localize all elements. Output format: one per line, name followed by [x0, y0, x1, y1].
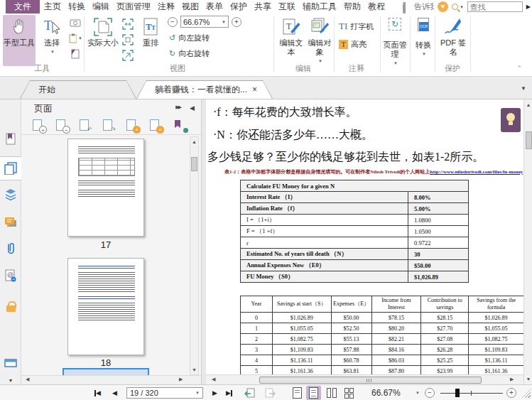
tab-start[interactable]: 开始 [20, 80, 136, 99]
nav-more-icon[interactable]: ▼ [0, 378, 21, 383]
menu-item[interactable]: 转换 [68, 1, 85, 13]
zoom-slider-track[interactable] [440, 393, 503, 394]
menu-item[interactable]: 帮助 [344, 1, 361, 13]
fit-page-icon[interactable] [121, 33, 135, 46]
menu-item[interactable]: 编辑 [92, 1, 109, 13]
reflow-button[interactable]: TT 重排 [136, 15, 165, 66]
zoom-in-button[interactable]: + [506, 385, 516, 400]
fields-panel-icon[interactable] [0, 354, 21, 372]
page-zoom-in-icon[interactable]: + [32, 119, 46, 133]
zoom-combo[interactable]: 66.67%▼ [180, 16, 229, 28]
signatures-panel-icon[interactable]: @ [0, 266, 21, 285]
page-number-box[interactable]: 19 / 320▼ [126, 385, 203, 400]
scrollbar-thumb[interactable] [259, 377, 482, 384]
bookmark-page-icon[interactable] [173, 119, 187, 133]
scroll-left-icon[interactable]: ◀ [26, 377, 29, 382]
tab-list-dropdown-icon[interactable]: ▼ [521, 85, 526, 92]
next-page-button[interactable]: ▶ [212, 385, 217, 400]
note-annotation-icon[interactable] [501, 108, 521, 132]
clipboard-icon[interactable]: ▼ [68, 32, 82, 45]
rotate-left-button[interactable]: ↺ 向左旋转 [169, 33, 210, 43]
pdf-sign-button[interactable]: PDF 签名 [438, 15, 469, 66]
rotate-page-left-icon[interactable]: ↶ [79, 119, 93, 133]
hand-tool-button[interactable]: 手型工具 [3, 15, 36, 66]
rotate-page-right-icon[interactable]: ↷ [102, 119, 116, 133]
fit-width-icon[interactable] [121, 18, 135, 31]
menu-item[interactable]: 注释 [158, 1, 175, 13]
tab-document[interactable]: 躺着赚钱：一看就懂的... × [136, 80, 273, 99]
scroll-up-icon[interactable]: ▲ [190, 139, 198, 144]
last-page-button[interactable]: ▶ [226, 385, 232, 400]
next-view-button[interactable] [264, 385, 276, 400]
scroll-left-icon[interactable]: ◀ [212, 377, 215, 382]
select-tool-button[interactable]: T 选择 ▼ [38, 15, 65, 66]
bookmarks-panel-icon[interactable] [0, 130, 21, 148]
zoom-slider-thumb[interactable] [455, 389, 460, 397]
find-input[interactable] [467, 1, 523, 12]
security-panel-icon[interactable] [0, 297, 21, 315]
page-purple-icon[interactable] [68, 48, 82, 60]
zoom-in-icon[interactable]: + [232, 17, 241, 27]
highlight-button[interactable]: T 高亮 [339, 39, 367, 50]
scrollbar-thumb[interactable] [526, 131, 532, 149]
find-mode-button[interactable]: ▼ [452, 4, 464, 10]
page-zoom-out-icon[interactable]: − [55, 119, 70, 133]
edit-object-button[interactable]: 编辑对象 ▼ [307, 15, 332, 66]
zoom-percentage[interactable]: 66.67% [371, 385, 401, 400]
thumbnails-horizontal-scrollbar[interactable]: ◀ ▶ [21, 375, 202, 384]
page-thumbnail-17[interactable] [67, 139, 144, 237]
snapshot-camera-icon[interactable] [68, 16, 82, 29]
toolbar-overflow-icon[interactable]: ▶ [526, 4, 531, 10]
menu-item[interactable]: 视图 [182, 1, 199, 13]
menu-item[interactable]: 辅助工具 [303, 1, 337, 13]
zoom-out-icon[interactable]: − [168, 17, 178, 27]
previous-view-button[interactable] [244, 385, 256, 400]
menu-item[interactable]: 互联 [278, 1, 295, 13]
menu-item[interactable]: 保护 [230, 1, 247, 13]
rotate-right-button[interactable]: ↻ 向右旋转 [169, 48, 210, 59]
actual-size-button[interactable]: 实际大小 [87, 15, 119, 66]
scrollbar-thumb[interactable] [191, 157, 197, 171]
menu-item[interactable]: 主页 [44, 1, 61, 13]
pages-panel-icon[interactable] [0, 156, 21, 180]
fit-visible-icon[interactable] [121, 49, 135, 62]
scroll-down-icon[interactable]: ▼ [190, 367, 198, 372]
delete-page-icon[interactable]: × [149, 119, 163, 133]
document-vertical-scrollbar[interactable]: ▲ ▼ [523, 99, 532, 384]
scroll-down-icon[interactable]: ▼ [524, 377, 532, 382]
typewriter-button[interactable]: TI 打字机 [339, 21, 374, 32]
collapse-panel-icon[interactable]: ◀ [190, 104, 195, 112]
single-page-view-button[interactable] [290, 385, 305, 400]
close-tab-icon[interactable]: × [252, 80, 257, 99]
zoom-dropdown-icon[interactable]: ▼ [414, 385, 420, 400]
expand-panel-icon[interactable]: ▶▶ [175, 104, 180, 110]
lightbulb-icon[interactable] [403, 2, 411, 12]
heart-icon[interactable]: ♥ [438, 1, 448, 12]
tell-me-button[interactable]: 告诉我 [414, 1, 434, 12]
resize-grip-icon[interactable] [522, 389, 531, 398]
attachments-panel-icon[interactable] [0, 239, 21, 257]
page-thumbnail-18[interactable] [67, 258, 144, 355]
file-menu-button[interactable]: 文件 [6, 0, 40, 13]
scroll-up-icon[interactable]: ▲ [524, 102, 532, 107]
page-organize-button[interactable]: ↻ 页面管理 ▼ [382, 15, 408, 72]
continuous-view-button[interactable] [306, 385, 321, 400]
menu-item[interactable]: 教程 [368, 1, 385, 13]
document-horizontal-scrollbar[interactable]: ◀ ▶ [206, 374, 523, 384]
menu-item[interactable]: 页面管理 [116, 1, 151, 13]
facing-view-button[interactable] [324, 385, 339, 400]
continuous-facing-view-button[interactable] [342, 385, 357, 400]
zoom-out-button[interactable]: − [425, 385, 435, 400]
edit-text-button[interactable]: T 编辑文本 [278, 15, 304, 66]
thumbnails-vertical-scrollbar[interactable]: ▲ ▼ [190, 136, 199, 375]
scroll-right-icon[interactable]: ▶ [510, 377, 514, 382]
menu-item[interactable]: 共享 [254, 1, 271, 13]
first-page-button[interactable]: ◀ [94, 385, 101, 400]
insert-page-icon[interactable]: + [126, 119, 140, 133]
previous-page-button[interactable]: ◀ [112, 385, 117, 400]
caption-link[interactable]: http://www.nileshtrivedi.com/files/fu-mo… [430, 169, 523, 175]
menu-item[interactable]: 表单 [206, 1, 223, 13]
comments-panel-icon[interactable] [0, 213, 21, 232]
layers-panel-icon[interactable] [0, 185, 21, 204]
ribbon-collapse-icon[interactable]: ⌃ [516, 65, 522, 72]
